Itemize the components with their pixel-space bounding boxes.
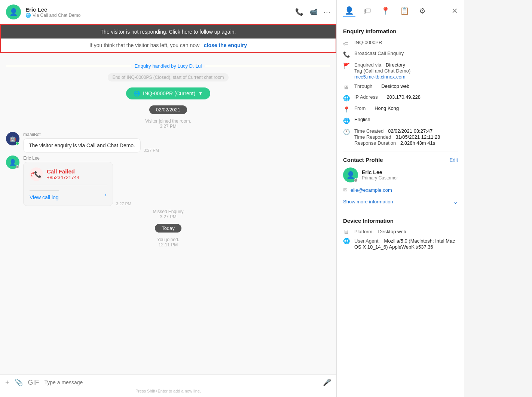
banner-bottom-text: If you think that the visitor has left, …	[89, 42, 199, 48]
banner-bottom: If you think that the visitor has left, …	[1, 39, 336, 52]
call-failed-info: Call Failed +85234721744	[47, 168, 79, 180]
more-icon[interactable]: ⋯	[324, 8, 330, 16]
you-joined-msg: You joined. 12:11 PM	[6, 237, 330, 247]
tag-icon-sm: 🏷	[343, 40, 351, 47]
globe-icon: 🌐	[25, 13, 31, 18]
device-section: Device Information 🖥 Platform: Desktop w…	[343, 218, 458, 250]
language-value: English	[354, 117, 370, 122]
view-call-log-row: View call log ›	[30, 185, 107, 200]
broadcast-value: Broadcast Call Enquiry	[354, 50, 404, 56]
edit-contact-link[interactable]: Edit	[450, 157, 458, 163]
avatar-icon: 👤	[9, 8, 18, 16]
tab-pin[interactable]: 📍	[379, 5, 392, 17]
ip-label: IP Address	[354, 94, 378, 100]
bot-message-content: maaiiBot The visitor enquiry is via Call…	[23, 132, 330, 153]
header-actions: 📞 📹 ⋯	[295, 8, 330, 16]
user-agent-label: User Agent:	[354, 238, 380, 244]
flag-icon: 🚩	[343, 62, 351, 69]
show-more-label: Show more information	[343, 199, 393, 204]
enquiry-divider-label: Enquiry handled by Lucy D. Lui	[131, 63, 206, 69]
header-avatar: 👤	[6, 4, 21, 19]
view-call-log-link[interactable]: View call log	[30, 190, 59, 200]
from-row: 📍 From Hong Kong	[343, 105, 458, 113]
enquired-via-label: Enquired via	[354, 62, 381, 68]
visitor-joined-msg: Visitor joined the room. 3:27 PM	[6, 119, 330, 129]
time-created-row: 🕐 Time Created 02/02/2021 03:27:47 Time …	[343, 128, 458, 146]
attachment-icon[interactable]: 📎	[15, 378, 23, 387]
header-name: Eric Lee	[25, 6, 295, 13]
bot-icon: 🤖	[9, 135, 16, 142]
enquiry-divider: Enquiry handled by Lucy D. Lui	[6, 63, 330, 69]
through-row: 🖥 Through Desktop web	[343, 83, 458, 90]
chat-messages: Enquiry handled by Lucy D. Lui End of IN…	[0, 53, 336, 374]
contact-status-dot	[354, 178, 358, 182]
header-info: Eric Lee 🌐 Via Call and Chat Demo	[25, 6, 295, 18]
close-panel-icon[interactable]: ✕	[452, 6, 458, 15]
dropdown-arrow-icon: ▼	[198, 91, 203, 96]
call-time: 3:27 PM	[116, 201, 131, 206]
right-panel: 👤 🏷 📍 📋 ⚙ ✕ Enquiry Information 🏷 INQ-00…	[337, 0, 464, 397]
ip-value: 203.170.49.228	[387, 94, 421, 100]
rp-header: 👤 🏷 📍 📋 ⚙ ✕	[337, 0, 464, 22]
eric-avatar: 👤	[6, 156, 19, 169]
missed-enquiry-msg: Missed Enquiry 3:27 PM	[6, 209, 330, 219]
platform-value: Desktop web	[378, 229, 406, 234]
enquired-via-row: 🚩 Enquired via Directory Tag (Call and C…	[343, 62, 458, 80]
email-icon: ✉	[343, 187, 348, 193]
phone-x-icon: #📞	[31, 171, 42, 178]
chat-header: 👤 Eric Lee 🌐 Via Call and Chat Demo 📞 📹 …	[0, 0, 336, 24]
gif-icon[interactable]: GIF	[28, 379, 39, 387]
bot-bubble: The visitor enquiry is via Call and Chat…	[23, 138, 141, 153]
language-row: 🌐 English	[343, 117, 458, 124]
eric-status-dot	[16, 165, 19, 169]
phone-icon[interactable]: 📞	[295, 8, 303, 16]
banner-top-text[interactable]: The visitor is not responding. Click her…	[1, 25, 336, 39]
enquired-via-info: Enquired via Directory Tag (Call and Cha…	[354, 62, 410, 80]
globe-icon-sm: 🌐	[343, 95, 351, 102]
contact-avatar: 👤	[343, 167, 358, 182]
show-more-button[interactable]: Show more information ⌄	[343, 197, 458, 207]
contact-name: Eric Lee	[362, 169, 398, 175]
bot-name: maaiiBot	[23, 132, 330, 137]
rp-content: Enquiry Information 🏷 INQ-0000PR 📞 Broad…	[337, 22, 464, 397]
language-icon: 🌐	[343, 117, 351, 124]
time-responded-label: Time Responded	[354, 134, 391, 140]
monitor-icon: 🖥	[343, 84, 351, 90]
enquired-via-value: Directory	[386, 62, 405, 68]
input-toolbar: + 📎 GIF 🎤	[5, 378, 331, 387]
contact-section-title: Contact Profile	[343, 157, 383, 163]
date-label: 02/02/2021	[149, 105, 187, 114]
globe-small-icon: 🌐	[134, 90, 140, 96]
time-responded-value: 31/05/2021 12:11:28	[395, 134, 440, 140]
email-row: ✉ elle@example.com	[343, 187, 458, 193]
contact-sub: Primary Customer	[362, 175, 398, 181]
tab-tag[interactable]: 🏷	[362, 5, 373, 17]
video-icon[interactable]: 📹	[309, 8, 318, 16]
time-created-value: 02/02/2021 03:27:47	[388, 128, 432, 134]
chevron-right-icon[interactable]: ›	[105, 191, 107, 198]
email-link[interactable]: elle@example.com	[351, 187, 392, 193]
bot-avatar: 🤖	[6, 132, 19, 145]
follow-up-banner: The visitor is not responding. Click her…	[0, 24, 336, 53]
tag-link[interactable]: mcc5.mc-tb.cinnox.com	[354, 74, 406, 80]
response-duration-value: 2,828h 43m 41s	[400, 140, 435, 146]
response-duration-label: Response Duration	[354, 140, 396, 146]
session-divider-label: End of INQ-0000PS (Closed), start of Cur…	[108, 73, 228, 81]
tab-notes[interactable]: 📋	[398, 5, 411, 17]
eric-message-content: Eric Lee #📞 Call Failed +85234721744	[23, 156, 330, 206]
message-input[interactable]	[45, 379, 318, 385]
device-section-title: Device Information	[343, 218, 458, 224]
inq-badge-button[interactable]: 🌐 INQ-0000PR (Current) ▼	[126, 87, 210, 99]
contact-section: Contact Profile Edit 👤 Eric Lee Primary …	[343, 157, 458, 207]
contact-header: Contact Profile Edit	[343, 157, 458, 163]
call-failed-card: #📞 Call Failed +85234721744 View call lo…	[23, 162, 113, 206]
add-icon[interactable]: +	[5, 379, 9, 387]
contact-name-info: Eric Lee Primary Customer	[362, 169, 398, 181]
close-enquiry-link[interactable]: close the enquiry	[204, 42, 247, 48]
tab-person[interactable]: 👤	[343, 4, 355, 17]
rp-tabs: 👤 🏷 📍 📋 ⚙	[343, 4, 427, 17]
microphone-icon[interactable]: 🎤	[323, 378, 331, 387]
through-value: Desktop web	[381, 83, 409, 89]
tab-settings[interactable]: ⚙	[418, 5, 427, 17]
through-label: Through	[354, 83, 372, 89]
